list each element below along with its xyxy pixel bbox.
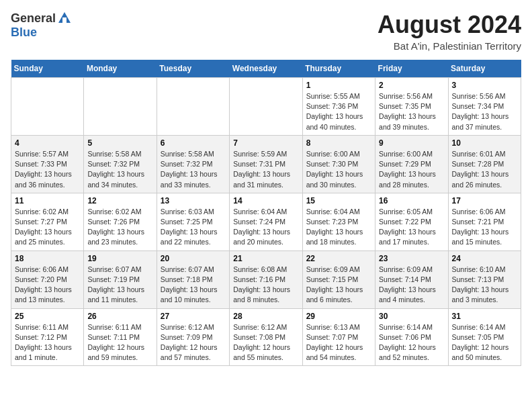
calendar-cell: 15Sunrise: 6:04 AMSunset: 7:23 PMDayligh… bbox=[302, 193, 375, 250]
logo-blue-text: Blue bbox=[11, 26, 37, 40]
day-info: Sunrise: 6:09 AMSunset: 7:14 PMDaylight:… bbox=[379, 265, 444, 306]
day-number: 23 bbox=[379, 254, 444, 263]
day-number: 31 bbox=[452, 312, 517, 321]
calendar-cell: 26Sunrise: 6:11 AMSunset: 7:11 PMDayligh… bbox=[84, 308, 157, 366]
day-info: Sunrise: 6:02 AMSunset: 7:27 PMDaylight:… bbox=[15, 207, 80, 248]
title-block: August 2024 Bat A'in, Palestinian Territ… bbox=[378, 11, 521, 52]
day-info: Sunrise: 5:58 AMSunset: 7:32 PMDaylight:… bbox=[161, 149, 226, 190]
day-info: Sunrise: 6:11 AMSunset: 7:12 PMDaylight:… bbox=[15, 322, 80, 363]
calendar-week-2: 4Sunrise: 5:57 AMSunset: 7:33 PMDaylight… bbox=[11, 135, 521, 193]
day-info: Sunrise: 6:14 AMSunset: 7:06 PMDaylight:… bbox=[379, 322, 444, 363]
calendar-table: SundayMondayTuesdayWednesdayThursdayFrid… bbox=[11, 60, 521, 366]
logo-icon bbox=[57, 11, 72, 26]
calendar-cell: 11Sunrise: 6:02 AMSunset: 7:27 PMDayligh… bbox=[11, 193, 84, 250]
day-number: 17 bbox=[452, 196, 517, 205]
calendar-cell: 25Sunrise: 6:11 AMSunset: 7:12 PMDayligh… bbox=[11, 308, 84, 366]
calendar-cell: 12Sunrise: 6:02 AMSunset: 7:26 PMDayligh… bbox=[84, 193, 157, 250]
calendar-week-5: 25Sunrise: 6:11 AMSunset: 7:12 PMDayligh… bbox=[11, 308, 521, 366]
calendar-cell bbox=[157, 78, 229, 136]
subtitle: Bat A'in, Palestinian Territory bbox=[378, 40, 521, 52]
day-info: Sunrise: 6:04 AMSunset: 7:23 PMDaylight:… bbox=[306, 207, 371, 248]
day-number: 8 bbox=[306, 138, 371, 148]
day-number: 6 bbox=[161, 138, 226, 148]
day-info: Sunrise: 5:55 AMSunset: 7:36 PMDaylight:… bbox=[306, 91, 371, 132]
weekday-header-sunday: Sunday bbox=[11, 60, 84, 78]
day-number: 26 bbox=[87, 312, 152, 321]
day-info: Sunrise: 6:00 AMSunset: 7:30 PMDaylight:… bbox=[306, 149, 371, 190]
logo-general-text: General bbox=[11, 11, 56, 26]
day-info: Sunrise: 5:57 AMSunset: 7:33 PMDaylight:… bbox=[15, 149, 80, 190]
calendar-cell: 27Sunrise: 6:12 AMSunset: 7:09 PMDayligh… bbox=[157, 308, 229, 366]
calendar-cell: 7Sunrise: 5:59 AMSunset: 7:31 PMDaylight… bbox=[230, 135, 302, 193]
calendar-cell: 5Sunrise: 5:58 AMSunset: 7:32 PMDaylight… bbox=[84, 135, 157, 193]
page-header: General Blue August 2024 Bat A'in, Pales… bbox=[11, 11, 521, 52]
day-number: 4 bbox=[15, 138, 80, 148]
calendar-cell: 9Sunrise: 6:00 AMSunset: 7:29 PMDaylight… bbox=[375, 135, 448, 193]
calendar-cell: 24Sunrise: 6:10 AMSunset: 7:13 PMDayligh… bbox=[448, 250, 521, 308]
day-info: Sunrise: 6:02 AMSunset: 7:26 PMDaylight:… bbox=[87, 207, 152, 248]
day-info: Sunrise: 6:12 AMSunset: 7:08 PMDaylight:… bbox=[233, 322, 298, 363]
calendar-cell: 20Sunrise: 6:07 AMSunset: 7:18 PMDayligh… bbox=[157, 250, 229, 308]
day-number: 16 bbox=[379, 196, 444, 205]
day-info: Sunrise: 6:06 AMSunset: 7:21 PMDaylight:… bbox=[452, 207, 517, 248]
day-info: Sunrise: 6:13 AMSunset: 7:07 PMDaylight:… bbox=[306, 322, 371, 363]
calendar-cell: 29Sunrise: 6:13 AMSunset: 7:07 PMDayligh… bbox=[302, 308, 375, 366]
day-info: Sunrise: 5:56 AMSunset: 7:34 PMDaylight:… bbox=[452, 91, 517, 132]
day-number: 12 bbox=[87, 196, 152, 205]
day-number: 27 bbox=[161, 312, 226, 321]
weekday-header-wednesday: Wednesday bbox=[230, 60, 302, 78]
day-number: 14 bbox=[233, 196, 298, 205]
calendar-cell: 13Sunrise: 6:03 AMSunset: 7:25 PMDayligh… bbox=[157, 193, 229, 250]
weekday-header-tuesday: Tuesday bbox=[157, 60, 229, 78]
day-number: 25 bbox=[15, 312, 80, 321]
day-number: 10 bbox=[452, 138, 517, 148]
calendar-header-row: SundayMondayTuesdayWednesdayThursdayFrid… bbox=[11, 60, 521, 78]
day-info: Sunrise: 6:11 AMSunset: 7:11 PMDaylight:… bbox=[87, 322, 152, 363]
calendar-cell: 2Sunrise: 5:56 AMSunset: 7:35 PMDaylight… bbox=[375, 78, 448, 136]
calendar-cell: 17Sunrise: 6:06 AMSunset: 7:21 PMDayligh… bbox=[448, 193, 521, 250]
calendar-cell: 8Sunrise: 6:00 AMSunset: 7:30 PMDaylight… bbox=[302, 135, 375, 193]
day-number: 21 bbox=[233, 254, 298, 263]
calendar-cell: 4Sunrise: 5:57 AMSunset: 7:33 PMDaylight… bbox=[11, 135, 84, 193]
calendar-cell: 28Sunrise: 6:12 AMSunset: 7:08 PMDayligh… bbox=[230, 308, 302, 366]
day-info: Sunrise: 6:01 AMSunset: 7:28 PMDaylight:… bbox=[452, 149, 517, 190]
day-info: Sunrise: 6:14 AMSunset: 7:05 PMDaylight:… bbox=[452, 322, 517, 363]
calendar-cell bbox=[84, 78, 157, 136]
weekday-header-monday: Monday bbox=[84, 60, 157, 78]
calendar-cell: 21Sunrise: 6:08 AMSunset: 7:16 PMDayligh… bbox=[230, 250, 302, 308]
calendar-cell: 30Sunrise: 6:14 AMSunset: 7:06 PMDayligh… bbox=[375, 308, 448, 366]
day-info: Sunrise: 6:07 AMSunset: 7:18 PMDaylight:… bbox=[161, 265, 226, 306]
main-title: August 2024 bbox=[378, 11, 521, 39]
day-info: Sunrise: 6:05 AMSunset: 7:22 PMDaylight:… bbox=[379, 207, 444, 248]
day-info: Sunrise: 6:09 AMSunset: 7:15 PMDaylight:… bbox=[306, 265, 371, 306]
calendar-cell: 19Sunrise: 6:07 AMSunset: 7:19 PMDayligh… bbox=[84, 250, 157, 308]
day-info: Sunrise: 5:56 AMSunset: 7:35 PMDaylight:… bbox=[379, 91, 444, 132]
weekday-header-friday: Friday bbox=[375, 60, 448, 78]
logo: General Blue bbox=[11, 11, 72, 40]
day-number: 11 bbox=[15, 196, 80, 205]
day-info: Sunrise: 6:00 AMSunset: 7:29 PMDaylight:… bbox=[379, 149, 444, 190]
calendar-week-3: 11Sunrise: 6:02 AMSunset: 7:27 PMDayligh… bbox=[11, 193, 521, 250]
day-number: 29 bbox=[306, 312, 371, 321]
day-info: Sunrise: 6:04 AMSunset: 7:24 PMDaylight:… bbox=[233, 207, 298, 248]
day-info: Sunrise: 6:06 AMSunset: 7:20 PMDaylight:… bbox=[15, 265, 80, 306]
calendar-cell: 16Sunrise: 6:05 AMSunset: 7:22 PMDayligh… bbox=[375, 193, 448, 250]
calendar-cell: 23Sunrise: 6:09 AMSunset: 7:14 PMDayligh… bbox=[375, 250, 448, 308]
day-number: 24 bbox=[452, 254, 517, 263]
day-number: 7 bbox=[233, 138, 298, 148]
calendar-cell: 22Sunrise: 6:09 AMSunset: 7:15 PMDayligh… bbox=[302, 250, 375, 308]
calendar-week-4: 18Sunrise: 6:06 AMSunset: 7:20 PMDayligh… bbox=[11, 250, 521, 308]
day-number: 5 bbox=[87, 138, 152, 148]
day-info: Sunrise: 5:59 AMSunset: 7:31 PMDaylight:… bbox=[233, 149, 298, 190]
day-number: 13 bbox=[161, 196, 226, 205]
day-number: 28 bbox=[233, 312, 298, 321]
day-number: 9 bbox=[379, 138, 444, 148]
day-number: 1 bbox=[306, 81, 371, 90]
day-info: Sunrise: 6:03 AMSunset: 7:25 PMDaylight:… bbox=[161, 207, 226, 248]
day-number: 3 bbox=[452, 81, 517, 90]
day-info: Sunrise: 6:12 AMSunset: 7:09 PMDaylight:… bbox=[161, 322, 226, 363]
calendar-cell: 31Sunrise: 6:14 AMSunset: 7:05 PMDayligh… bbox=[448, 308, 521, 366]
weekday-header-thursday: Thursday bbox=[302, 60, 375, 78]
day-number: 18 bbox=[15, 254, 80, 263]
day-number: 15 bbox=[306, 196, 371, 205]
